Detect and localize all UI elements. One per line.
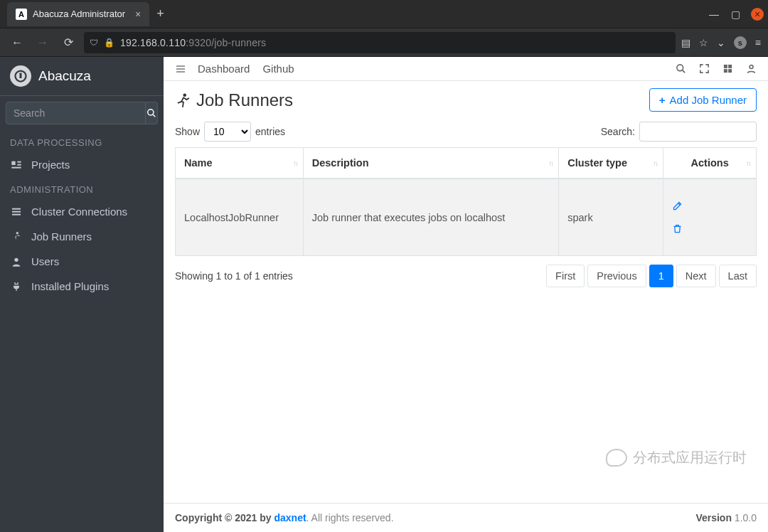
svg-rect-7	[11, 166, 21, 168]
table-search-input[interactable]	[639, 122, 757, 142]
fullscreen-icon[interactable]	[699, 63, 710, 74]
col-cluster-type[interactable]: Cluster type↑↓	[559, 148, 663, 179]
footer-version: Version 1.0.0	[695, 512, 757, 523]
svg-point-22	[750, 65, 753, 69]
sidebar-search	[0, 96, 164, 130]
svg-rect-19	[728, 65, 732, 68]
col-actions[interactable]: Actions↑↓	[663, 148, 757, 179]
cell-actions	[663, 179, 757, 256]
page-prev[interactable]: Previous	[587, 265, 646, 287]
add-job-runner-button[interactable]: + Add Job Runner	[649, 88, 757, 112]
maximize-icon[interactable]: ▢	[730, 9, 741, 20]
page-next[interactable]: Next	[676, 265, 716, 287]
svg-line-17	[682, 70, 685, 73]
cell-description: Job runner that executes jobs on localho…	[303, 179, 558, 256]
svg-rect-6	[17, 164, 21, 165]
app-viewport: Abacuza DATA PROCESSING Projects ADMINIS…	[0, 57, 768, 532]
sidebar: Abacuza DATA PROCESSING Projects ADMINIS…	[0, 57, 164, 532]
browser-chrome: A Abacuza Administrator × + — ▢ × ← → ⟳ …	[0, 0, 768, 57]
browser-titlebar: A Abacuza Administrator × + — ▢ ×	[0, 0, 768, 28]
header-link-github[interactable]: Github	[262, 63, 294, 75]
reader-icon[interactable]: ▤	[681, 37, 690, 48]
new-tab-button[interactable]: +	[156, 6, 164, 21]
search-icon[interactable]	[676, 63, 686, 74]
window-controls: — ▢ ×	[708, 8, 764, 21]
sidebar-item-users[interactable]: Users	[0, 249, 164, 274]
brand[interactable]: Abacuza	[0, 57, 164, 96]
pocket-icon[interactable]: ⌄	[717, 37, 725, 48]
watermark: 分布式应用运行时	[606, 448, 747, 467]
forward-button[interactable]: →	[33, 33, 53, 53]
delete-icon[interactable]	[672, 223, 747, 234]
svg-rect-10	[12, 213, 21, 215]
url-text: 192.168.0.110:9320/job-runners	[120, 37, 266, 48]
minimize-icon[interactable]: —	[708, 9, 720, 20]
nav-label: Installed Plugins	[31, 280, 109, 292]
entries-control: Show 10 entries	[175, 122, 285, 142]
entries-label: entries	[255, 126, 285, 137]
lock-icon: 🔒	[104, 38, 114, 48]
sidebar-item-job-runners[interactable]: Job Runners	[0, 224, 164, 249]
nav-label: Cluster Connections	[31, 206, 127, 218]
plus-icon: +	[659, 94, 666, 106]
back-button[interactable]: ←	[7, 33, 27, 53]
brand-logo-icon	[10, 65, 31, 87]
nav-label: Projects	[31, 159, 70, 171]
svg-point-16	[677, 65, 683, 71]
bookmark-icon[interactable]: ☆	[699, 37, 708, 48]
close-window-icon[interactable]: ×	[751, 8, 764, 21]
url-bar[interactable]: 🛡 🔒 192.168.0.110:9320/job-runners	[84, 32, 676, 53]
edit-icon[interactable]	[672, 201, 747, 211]
col-description[interactable]: Description↑↓	[303, 148, 558, 179]
table-info: Showing 1 to 1 of 1 entries	[175, 270, 293, 282]
sidebar-item-cluster-connections[interactable]: Cluster Connections	[0, 199, 164, 224]
cell-name: LocalhostJobRunner	[176, 179, 304, 256]
col-name[interactable]: Name↑↓	[176, 148, 304, 179]
plug-icon	[10, 281, 23, 292]
svg-rect-4	[11, 161, 15, 164]
svg-rect-9	[12, 211, 21, 212]
svg-rect-21	[728, 69, 732, 73]
svg-point-23	[183, 93, 186, 97]
running-icon	[10, 231, 23, 243]
main-area: Dashboard Github Job Runners + Add Job R…	[164, 57, 768, 532]
browser-toolbar: ← → ⟳ 🛡 🔒 192.168.0.110:9320/job-runners…	[0, 28, 768, 57]
menu-icon[interactable]: ≡	[755, 37, 761, 48]
chat-bubble-icon	[606, 449, 627, 467]
table-row: LocalhostJobRunner Job runner that execu…	[176, 179, 757, 256]
brand-name: Abacuza	[38, 68, 91, 84]
hamburger-icon[interactable]	[175, 63, 186, 75]
entries-select[interactable]: 10	[204, 122, 251, 142]
search-icon	[146, 108, 156, 118]
page-first[interactable]: First	[546, 265, 585, 287]
sidebar-item-projects[interactable]: Projects	[0, 152, 164, 177]
header-link-dashboard[interactable]: Dashboard	[198, 63, 250, 75]
grid-icon[interactable]	[722, 63, 733, 74]
page-1[interactable]: 1	[649, 265, 673, 287]
sidebar-search-input[interactable]	[6, 102, 146, 124]
sidebar-item-installed-plugins[interactable]: Installed Plugins	[0, 274, 164, 299]
tab-favicon: A	[16, 9, 27, 20]
show-label: Show	[175, 126, 200, 137]
project-icon	[10, 159, 23, 171]
list-icon	[10, 206, 23, 218]
nav-label: Job Runners	[31, 230, 92, 243]
svg-rect-20	[724, 69, 727, 73]
account-icon[interactable]: s	[734, 36, 747, 49]
browser-tab[interactable]: A Abacuza Administrator ×	[7, 2, 149, 26]
svg-rect-8	[12, 208, 21, 209]
job-runners-table: Name↑↓ Description↑↓ Cluster type↑↓ Acti…	[175, 147, 757, 256]
shield-icon: 🛡	[90, 38, 98, 48]
close-tab-icon[interactable]: ×	[135, 9, 141, 20]
page-title: Job Runners	[175, 90, 293, 110]
svg-rect-18	[724, 65, 727, 68]
user-header-icon[interactable]	[746, 63, 757, 74]
sidebar-search-button[interactable]	[146, 102, 158, 124]
footer: Copyright © 2021 by daxnet. All rights r…	[164, 503, 768, 532]
cell-cluster-type: spark	[559, 179, 663, 256]
page-last[interactable]: Last	[719, 265, 757, 287]
reload-button[interactable]: ⟳	[58, 33, 78, 53]
footer-author-link[interactable]: daxnet	[274, 512, 306, 523]
table-search: Search:	[601, 122, 757, 142]
user-icon	[10, 256, 23, 267]
